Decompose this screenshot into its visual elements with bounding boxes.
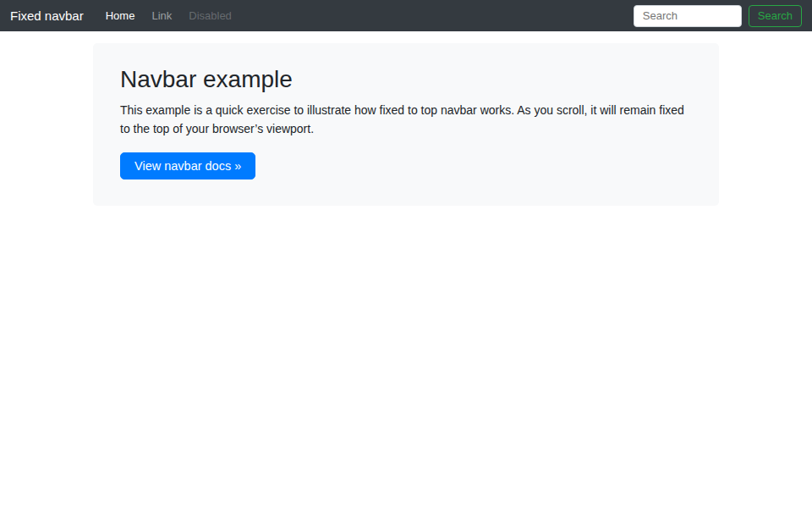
navbar-brand[interactable]: Fixed navbar [10, 8, 84, 23]
nav-link-disabled: Disabled [182, 4, 239, 27]
nav-link-link[interactable]: Link [145, 4, 178, 27]
navbar-nav: Home Link Disabled [99, 4, 242, 27]
search-form: Search [634, 5, 802, 27]
view-navbar-docs-button[interactable]: View navbar docs » [120, 152, 255, 179]
search-input[interactable] [634, 5, 742, 27]
search-button[interactable]: Search [749, 5, 802, 27]
nav-link-home[interactable]: Home [99, 4, 142, 27]
top-navbar: Fixed navbar Home Link Disabled Search [0, 0, 812, 31]
jumbotron-panel: Navbar example This example is a quick e… [93, 43, 719, 206]
page-title: Navbar example [120, 66, 692, 93]
page-description: This example is a quick exercise to illu… [120, 101, 692, 138]
